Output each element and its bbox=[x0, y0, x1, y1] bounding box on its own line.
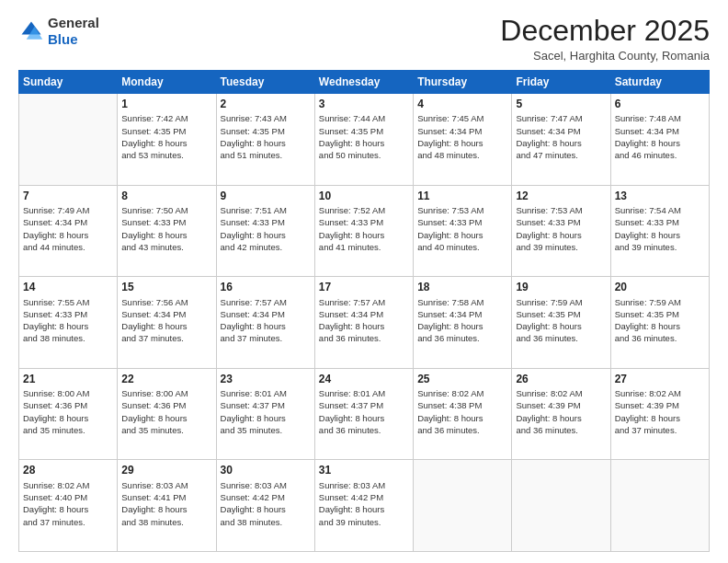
page: General Blue December 2025 Sacel, Harghi… bbox=[0, 0, 728, 563]
calendar-day: 5Sunrise: 7:47 AM Sunset: 4:34 PM Daylig… bbox=[512, 94, 610, 186]
day-number: 10 bbox=[319, 189, 409, 203]
day-number: 2 bbox=[221, 97, 311, 111]
calendar-day: 25Sunrise: 8:02 AM Sunset: 4:38 PM Dayli… bbox=[414, 368, 512, 460]
calendar-day: 14Sunrise: 7:55 AM Sunset: 4:33 PM Dayli… bbox=[19, 277, 118, 369]
day-info: Sunrise: 7:59 AM Sunset: 4:35 PM Dayligh… bbox=[516, 296, 606, 345]
day-number: 6 bbox=[615, 97, 705, 111]
logo-icon bbox=[18, 18, 44, 44]
day-info: Sunrise: 7:55 AM Sunset: 4:33 PM Dayligh… bbox=[23, 296, 113, 345]
day-info: Sunrise: 7:48 AM Sunset: 4:34 PM Dayligh… bbox=[615, 112, 705, 161]
calendar-day: 10Sunrise: 7:52 AM Sunset: 4:33 PM Dayli… bbox=[314, 185, 413, 277]
calendar-day: 4Sunrise: 7:45 AM Sunset: 4:34 PM Daylig… bbox=[414, 94, 512, 186]
calendar-day: 24Sunrise: 8:01 AM Sunset: 4:37 PM Dayli… bbox=[314, 368, 413, 460]
day-info: Sunrise: 7:47 AM Sunset: 4:34 PM Dayligh… bbox=[516, 112, 606, 161]
logo-blue: Blue bbox=[48, 31, 78, 47]
calendar-table: Sunday Monday Tuesday Wednesday Thursday… bbox=[18, 70, 710, 552]
day-info: Sunrise: 8:02 AM Sunset: 4:39 PM Dayligh… bbox=[615, 387, 705, 436]
day-info: Sunrise: 7:52 AM Sunset: 4:33 PM Dayligh… bbox=[319, 204, 409, 253]
calendar-day: 19Sunrise: 7:59 AM Sunset: 4:35 PM Dayli… bbox=[512, 277, 610, 369]
day-info: Sunrise: 7:59 AM Sunset: 4:35 PM Dayligh… bbox=[615, 296, 705, 345]
calendar-day bbox=[414, 460, 512, 552]
day-info: Sunrise: 7:57 AM Sunset: 4:34 PM Dayligh… bbox=[221, 296, 311, 345]
calendar-day bbox=[19, 94, 118, 186]
day-number: 12 bbox=[516, 189, 606, 203]
day-number: 9 bbox=[221, 189, 311, 203]
day-number: 13 bbox=[615, 189, 705, 203]
header: General Blue December 2025 Sacel, Harghi… bbox=[18, 15, 710, 63]
logo: General Blue bbox=[18, 15, 99, 48]
calendar-day: 31Sunrise: 8:03 AM Sunset: 4:42 PM Dayli… bbox=[314, 460, 413, 552]
day-number: 7 bbox=[23, 189, 113, 203]
day-info: Sunrise: 7:53 AM Sunset: 4:33 PM Dayligh… bbox=[516, 204, 606, 253]
day-info: Sunrise: 7:56 AM Sunset: 4:34 PM Dayligh… bbox=[121, 296, 211, 345]
calendar-day: 2Sunrise: 7:43 AM Sunset: 4:35 PM Daylig… bbox=[216, 94, 314, 186]
calendar-day: 16Sunrise: 7:57 AM Sunset: 4:34 PM Dayli… bbox=[216, 277, 314, 369]
day-number: 5 bbox=[516, 97, 606, 111]
calendar-day: 28Sunrise: 8:02 AM Sunset: 4:40 PM Dayli… bbox=[19, 460, 118, 552]
calendar-day: 3Sunrise: 7:44 AM Sunset: 4:35 PM Daylig… bbox=[314, 94, 413, 186]
day-info: Sunrise: 8:01 AM Sunset: 4:37 PM Dayligh… bbox=[319, 387, 409, 436]
header-row: Sunday Monday Tuesday Wednesday Thursday… bbox=[19, 71, 710, 94]
logo-general: General bbox=[48, 15, 99, 30]
calendar-day: 22Sunrise: 8:00 AM Sunset: 4:36 PM Dayli… bbox=[118, 368, 216, 460]
header-tuesday: Tuesday bbox=[216, 71, 314, 94]
calendar-week-3: 21Sunrise: 8:00 AM Sunset: 4:36 PM Dayli… bbox=[19, 368, 710, 460]
calendar-day: 9Sunrise: 7:51 AM Sunset: 4:33 PM Daylig… bbox=[216, 185, 314, 277]
day-number: 14 bbox=[23, 280, 113, 294]
header-friday: Friday bbox=[512, 71, 610, 94]
day-number: 20 bbox=[615, 280, 705, 294]
day-number: 27 bbox=[615, 372, 705, 386]
calendar-day: 26Sunrise: 8:02 AM Sunset: 4:39 PM Dayli… bbox=[512, 368, 610, 460]
calendar-week-1: 7Sunrise: 7:49 AM Sunset: 4:34 PM Daylig… bbox=[19, 185, 710, 277]
calendar-day: 7Sunrise: 7:49 AM Sunset: 4:34 PM Daylig… bbox=[19, 185, 118, 277]
day-number: 31 bbox=[319, 463, 409, 477]
calendar-day: 1Sunrise: 7:42 AM Sunset: 4:35 PM Daylig… bbox=[118, 94, 216, 186]
day-info: Sunrise: 7:51 AM Sunset: 4:33 PM Dayligh… bbox=[221, 204, 311, 253]
calendar-week-0: 1Sunrise: 7:42 AM Sunset: 4:35 PM Daylig… bbox=[19, 94, 710, 186]
calendar-day: 20Sunrise: 7:59 AM Sunset: 4:35 PM Dayli… bbox=[610, 277, 709, 369]
calendar-day: 15Sunrise: 7:56 AM Sunset: 4:34 PM Dayli… bbox=[118, 277, 216, 369]
day-info: Sunrise: 7:53 AM Sunset: 4:33 PM Dayligh… bbox=[417, 204, 507, 253]
day-info: Sunrise: 8:00 AM Sunset: 4:36 PM Dayligh… bbox=[23, 387, 113, 436]
location: Sacel, Harghita County, Romania bbox=[500, 49, 710, 63]
day-info: Sunrise: 7:45 AM Sunset: 4:34 PM Dayligh… bbox=[417, 112, 507, 161]
day-number: 11 bbox=[417, 189, 507, 203]
header-monday: Monday bbox=[118, 71, 216, 94]
day-number: 26 bbox=[516, 372, 606, 386]
calendar-day: 23Sunrise: 8:01 AM Sunset: 4:37 PM Dayli… bbox=[216, 368, 314, 460]
day-info: Sunrise: 7:42 AM Sunset: 4:35 PM Dayligh… bbox=[121, 112, 211, 161]
day-number: 24 bbox=[319, 372, 409, 386]
calendar-body: 1Sunrise: 7:42 AM Sunset: 4:35 PM Daylig… bbox=[19, 94, 710, 552]
day-number: 22 bbox=[121, 372, 211, 386]
day-info: Sunrise: 8:02 AM Sunset: 4:38 PM Dayligh… bbox=[417, 387, 507, 436]
calendar-day: 13Sunrise: 7:54 AM Sunset: 4:33 PM Dayli… bbox=[610, 185, 709, 277]
day-info: Sunrise: 8:00 AM Sunset: 4:36 PM Dayligh… bbox=[121, 387, 211, 436]
day-number: 18 bbox=[417, 280, 507, 294]
day-info: Sunrise: 8:02 AM Sunset: 4:40 PM Dayligh… bbox=[23, 479, 113, 528]
header-thursday: Thursday bbox=[414, 71, 512, 94]
calendar-day: 21Sunrise: 8:00 AM Sunset: 4:36 PM Dayli… bbox=[19, 368, 118, 460]
calendar-day: 12Sunrise: 7:53 AM Sunset: 4:33 PM Dayli… bbox=[512, 185, 610, 277]
day-info: Sunrise: 7:54 AM Sunset: 4:33 PM Dayligh… bbox=[615, 204, 705, 253]
calendar-day: 29Sunrise: 8:03 AM Sunset: 4:41 PM Dayli… bbox=[118, 460, 216, 552]
calendar-day: 8Sunrise: 7:50 AM Sunset: 4:33 PM Daylig… bbox=[118, 185, 216, 277]
day-number: 16 bbox=[221, 280, 311, 294]
day-number: 28 bbox=[23, 463, 113, 477]
day-info: Sunrise: 8:02 AM Sunset: 4:39 PM Dayligh… bbox=[516, 387, 606, 436]
day-info: Sunrise: 8:03 AM Sunset: 4:42 PM Dayligh… bbox=[319, 479, 409, 528]
day-number: 21 bbox=[23, 372, 113, 386]
day-number: 19 bbox=[516, 280, 606, 294]
calendar-day bbox=[512, 460, 610, 552]
day-info: Sunrise: 7:50 AM Sunset: 4:33 PM Dayligh… bbox=[121, 204, 211, 253]
logo-text: General Blue bbox=[48, 15, 99, 48]
day-number: 3 bbox=[319, 97, 409, 111]
header-saturday: Saturday bbox=[610, 71, 709, 94]
day-number: 23 bbox=[221, 372, 311, 386]
title-area: December 2025 Sacel, Harghita County, Ro… bbox=[500, 15, 710, 63]
calendar-day: 18Sunrise: 7:58 AM Sunset: 4:34 PM Dayli… bbox=[414, 277, 512, 369]
day-number: 17 bbox=[319, 280, 409, 294]
header-sunday: Sunday bbox=[19, 71, 118, 94]
day-info: Sunrise: 7:58 AM Sunset: 4:34 PM Dayligh… bbox=[417, 296, 507, 345]
day-number: 8 bbox=[121, 189, 211, 203]
day-info: Sunrise: 8:03 AM Sunset: 4:41 PM Dayligh… bbox=[121, 479, 211, 528]
